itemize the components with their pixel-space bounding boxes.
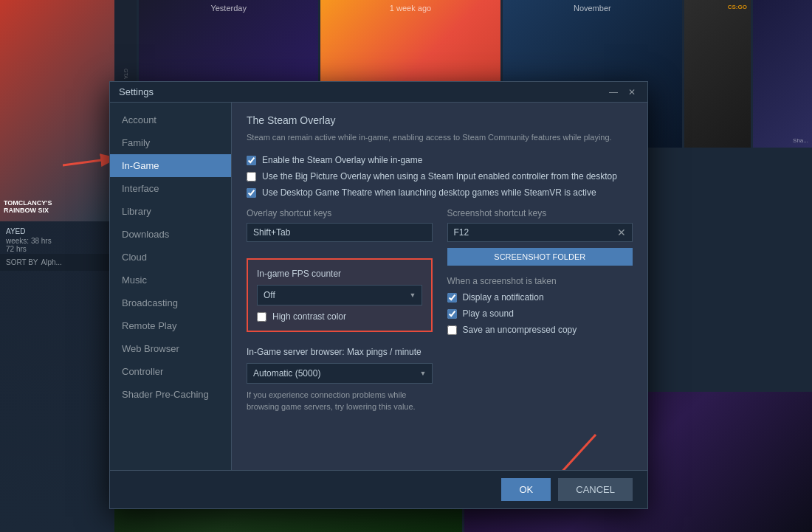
checkbox-high-contrast-label: High contrast color (272, 311, 346, 322)
sidebar-item-web-browser[interactable]: Web Browser (110, 337, 231, 360)
checkbox-play-sound-label: Play a sound (463, 308, 514, 319)
checkbox-high-contrast[interactable] (257, 312, 266, 322)
checkbox-row-play-sound: Play a sound (447, 308, 633, 319)
checkbox-row-desktop-theatre: Use Desktop Game Theatre when launching … (247, 187, 633, 198)
sort-by-label: SORT BY (6, 258, 38, 266)
server-browser-label: In-Game server browser: Max pings / minu… (247, 347, 433, 357)
sidebar-item-downloads[interactable]: Downloads (110, 223, 231, 246)
settings-dialog: Settings — ✕ Account Family In-Game Inte… (109, 81, 648, 509)
left-hero-image: TOMCLANCY'SRAINBOW SIX (0, 0, 114, 221)
dialog-footer: OK CANCEL (110, 470, 647, 508)
checkbox-desktop-theatre[interactable] (247, 188, 256, 198)
sidebar-item-library[interactable]: Library (110, 200, 231, 223)
sidebar-item-broadcasting[interactable]: Broadcasting (110, 291, 231, 314)
overlay-section-desc: Steam can remain active while in-game, e… (247, 132, 633, 143)
bg-label-november: November (503, 4, 682, 13)
fps-counter-select[interactable]: Off Top-left Top-right Bottom-left Botto… (257, 285, 422, 305)
checkbox-save-uncompressed[interactable] (447, 325, 457, 335)
svg-line-3 (522, 435, 596, 470)
overlay-section-title: The Steam Overlay (247, 114, 633, 126)
fps-counter-title: In-game FPS counter (257, 269, 422, 279)
game-hero-text: TOMCLANCY'SRAINBOW SIX (4, 199, 52, 214)
overlay-shortcut-label: Overlay shortcut keys (247, 208, 433, 218)
settings-nav: Account Family In-Game Interface Library… (110, 103, 232, 470)
checkbox-save-uncompressed-label: Save an uncompressed copy (463, 325, 577, 335)
sidebar-item-music[interactable]: Music (110, 269, 231, 291)
sort-value: Alph... (41, 258, 62, 266)
weeks-label: weeks: 38 hrs (6, 237, 109, 245)
checkbox-row-big-picture: Use the Big Picture Overlay when using a… (247, 171, 633, 182)
sidebar-item-account[interactable]: Account (110, 108, 231, 131)
checkbox-row-enable: Enable the Steam Overlay while in-game (247, 155, 633, 165)
fps-select-wrapper: Off Top-left Top-right Bottom-left Botto… (257, 285, 422, 305)
two-col-layout: Overlay shortcut keys In-game FPS counte… (247, 208, 633, 412)
bg-label-week: 1 week ago (320, 4, 500, 13)
sidebar-item-cloud[interactable]: Cloud (110, 246, 231, 269)
titlebar-buttons: — ✕ (606, 87, 639, 97)
checkbox-desktop-theatre-label: Use Desktop Game Theatre when launching … (262, 187, 596, 198)
screenshot-section: When a screenshot is taken Display a not… (447, 276, 633, 335)
checkbox-display-notification-label: Display a notification (463, 292, 544, 303)
hours-label: 72 hrs (6, 245, 109, 253)
screenshot-shortcut-input[interactable] (448, 224, 612, 241)
sidebar-item-interface[interactable]: Interface (110, 177, 231, 200)
checkbox-row-high-contrast: High contrast color (257, 311, 422, 322)
server-select-wrapper: Automatic (5000) 250 500 1000 2000 3000 (247, 363, 433, 384)
sidebar-item-family[interactable]: Family (110, 131, 231, 154)
dialog-title: Settings (119, 86, 154, 97)
checkbox-display-notification[interactable] (447, 293, 457, 303)
checkbox-row-display-notif: Display a notification (447, 292, 633, 303)
dialog-body: Account Family In-Game Interface Library… (110, 103, 647, 470)
ok-button[interactable]: OK (501, 478, 551, 501)
sidebar-item-shader-pre-caching[interactable]: Shader Pre-Caching (110, 383, 231, 406)
checkbox-enable-overlay[interactable] (247, 156, 256, 165)
when-screenshot-label: When a screenshot is taken (447, 276, 633, 286)
sha-title: Sha... (793, 137, 808, 144)
screenshot-folder-button[interactable]: SCREENSHOT FOLDER (447, 248, 633, 266)
col-right: Screenshot shortcut keys ✕ SCREENSHOT FO… (447, 208, 633, 412)
red-arrow-svg (485, 427, 633, 470)
checkbox-enable-overlay-label: Enable the Steam Overlay while in-game (262, 155, 422, 165)
col-left: Overlay shortcut keys In-game FPS counte… (247, 208, 433, 412)
screenshot-shortcut-field: ✕ (447, 223, 633, 242)
bg-label-yesterday: Yesterday (139, 4, 318, 13)
server-note: If you experience connection problems wh… (247, 390, 433, 412)
played-label: AYED (6, 227, 109, 235)
cancel-button[interactable]: CANCEL (558, 478, 633, 501)
close-button[interactable]: ✕ (625, 87, 639, 97)
screenshot-shortcut-label: Screenshot shortcut keys (447, 208, 633, 218)
sidebar-item-controller[interactable]: Controller (110, 360, 231, 383)
checkbox-big-picture[interactable] (247, 172, 256, 182)
checkbox-play-sound[interactable] (447, 309, 457, 319)
server-section: In-Game server browser: Max pings / minu… (247, 347, 433, 412)
settings-content: The Steam Overlay Steam can remain activ… (232, 103, 647, 470)
overlay-shortcut-input[interactable] (247, 223, 433, 242)
checkbox-row-save-uncompressed: Save an uncompressed copy (447, 325, 633, 335)
dialog-titlebar: Settings — ✕ (110, 82, 647, 103)
fps-counter-box: In-game FPS counter Off Top-left Top-rig… (247, 258, 433, 332)
checkbox-big-picture-label: Use the Big Picture Overlay when using a… (262, 171, 617, 182)
csgo-title: CS:GO (728, 4, 747, 10)
minimize-button[interactable]: — (606, 87, 621, 97)
sidebar-item-in-game[interactable]: In-Game (110, 154, 231, 177)
screenshot-clear-button[interactable]: ✕ (611, 227, 632, 238)
server-browser-select[interactable]: Automatic (5000) 250 500 1000 2000 3000 (247, 363, 433, 384)
sidebar-item-remote-play[interactable]: Remote Play (110, 314, 231, 337)
sort-bar: SORT BY Alph... (0, 254, 114, 271)
left-panel: TOMCLANCY'SRAINBOW SIX AYED weeks: 38 hr… (0, 0, 114, 532)
